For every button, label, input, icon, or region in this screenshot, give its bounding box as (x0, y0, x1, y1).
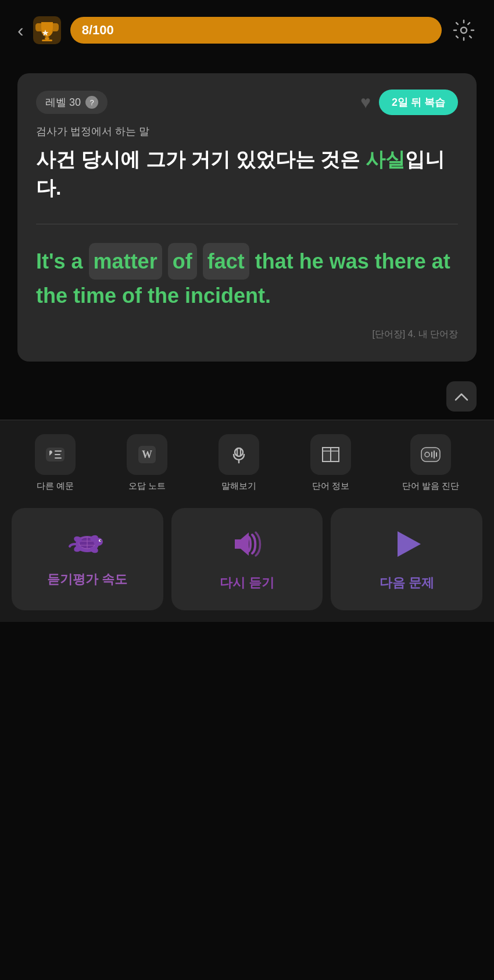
card-divider (36, 224, 458, 224)
word-info-label: 단어 정보 (312, 481, 349, 492)
svg-point-3 (461, 27, 467, 33)
speaking-button[interactable]: 말해보기 (219, 434, 259, 492)
slow-speed-button[interactable]: 듣기평가 속도 (12, 508, 163, 610)
other-examples-label: 다른 예문 (37, 481, 74, 492)
replay-button[interactable]: 다시 듣기 (171, 508, 323, 610)
pronunciation-diagnosis-button[interactable]: 단어 발음 진단 (402, 434, 459, 492)
progress-text: 8/100 (82, 23, 114, 38)
other-examples-icon (35, 434, 76, 475)
trophy-icon (33, 16, 61, 44)
english-word-of[interactable]: of (168, 243, 197, 280)
card-header: 레벨 30 ? ♥ 2일 뒤 복습 (36, 90, 458, 115)
svg-rect-8 (237, 448, 241, 456)
bottom-toolbar: 다른 예문 W 오답 노트 말해보기 (0, 420, 494, 622)
english-word-matter[interactable]: matter (89, 243, 162, 280)
favorite-button[interactable]: ♥ (360, 92, 371, 112)
word-info-icon (310, 434, 351, 475)
wordbook-note: [단어장] 4. 내 단어장 (36, 328, 458, 341)
level-badge: 레벨 30 ? (36, 91, 108, 114)
english-word-fact[interactable]: fact (203, 243, 249, 280)
svg-point-13 (425, 452, 429, 457)
flashcard: 레벨 30 ? ♥ 2일 뒤 복습 검사가 법정에서 하는 말 사건 당시에 그… (17, 73, 477, 362)
other-examples-button[interactable]: 다른 예문 (35, 434, 76, 492)
main-area: 레벨 30 ? ♥ 2일 뒤 복습 검사가 법정에서 하는 말 사건 당시에 그… (0, 56, 494, 373)
play-icon (389, 527, 424, 564)
replay-label: 다시 듣기 (220, 574, 274, 592)
pronunciation-diagnosis-icon (410, 434, 451, 475)
korean-text-before: 사건 당시에 그가 거기 있었다는 것은 (36, 148, 366, 170)
tool-row: 다른 예문 W 오답 노트 말해보기 (9, 434, 485, 492)
error-notes-icon: W (127, 434, 167, 475)
svg-text:W: W (142, 449, 152, 460)
word-info-button[interactable]: 단어 정보 (310, 434, 351, 492)
scroll-up-button[interactable] (446, 381, 477, 412)
svg-point-24 (100, 540, 101, 541)
svg-marker-29 (398, 531, 421, 557)
svg-rect-1 (45, 37, 49, 40)
error-notes-label: 오답 노트 (128, 481, 166, 492)
korean-highlighted-word: 사실 (366, 148, 405, 170)
back-button[interactable]: ‹ (17, 20, 24, 41)
scroll-up-area (0, 373, 494, 420)
level-help-button[interactable]: ? (85, 96, 98, 109)
card-subtitle: 검사가 법정에서 하는 말 (36, 124, 458, 138)
card-header-right: ♥ 2일 뒤 복습 (360, 90, 458, 115)
settings-button[interactable] (451, 17, 477, 43)
turtle-icon (66, 527, 108, 560)
speaking-icon (219, 434, 259, 475)
speaker-icon (227, 527, 267, 564)
svg-rect-2 (42, 40, 52, 41)
header: ‹ 8/100 (0, 0, 494, 56)
english-sentence: It's a matter of fact that he was there … (36, 243, 458, 313)
level-text: 레벨 30 (45, 95, 81, 109)
review-schedule-button[interactable]: 2일 뒤 복습 (379, 90, 458, 115)
next-question-label: 다음 문제 (380, 574, 434, 592)
slow-speed-label: 듣기평가 속도 (47, 571, 127, 588)
error-notes-button[interactable]: W 오답 노트 (127, 434, 167, 492)
action-row: 듣기평가 속도 다시 듣기 다 (9, 508, 485, 610)
pronunciation-diagnosis-label: 단어 발음 진단 (402, 481, 459, 492)
english-text-part1: It's a (36, 249, 89, 273)
next-question-button[interactable]: 다음 문제 (331, 508, 482, 610)
speaking-label: 말해보기 (221, 481, 256, 492)
progress-pill: 8/100 (70, 17, 442, 44)
korean-sentence: 사건 당시에 그가 거기 있었다는 것은 사실입니다. (36, 145, 458, 203)
svg-rect-12 (421, 448, 440, 462)
